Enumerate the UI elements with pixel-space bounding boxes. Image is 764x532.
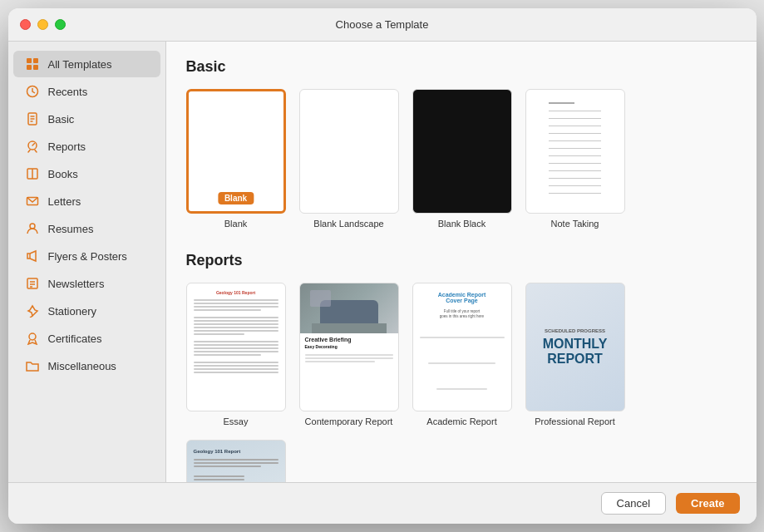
template-contemporary[interactable]: Creative Briefing Easy Decorating Contem… — [299, 283, 399, 426]
sidebar-item-reports[interactable]: Reports — [13, 133, 160, 160]
window-title: Choose a Template — [336, 18, 429, 31]
sidebar-label-flyers: Flyers & Posters — [48, 250, 127, 263]
grid-icon — [25, 57, 40, 71]
envelope-icon — [25, 194, 40, 209]
term-title-box: Geology 101 Report — [194, 449, 278, 482]
award-icon — [25, 331, 40, 346]
blank-black-label: Blank Black — [438, 219, 486, 229]
close-button[interactable] — [20, 19, 31, 30]
essay-thumb: Geology 101 Report — [186, 283, 286, 411]
basic-templates-grid: Blank Blank Blank Landscape Blank Black — [186, 89, 737, 229]
note-line-2 — [549, 118, 601, 119]
sidebar-item-resumes[interactable]: Resumes — [13, 215, 160, 242]
monthly-title-text: MONTHLYREPORT — [543, 337, 608, 366]
sidebar-item-stationery[interactable]: Stationery — [13, 298, 160, 324]
template-note-taking[interactable]: Note Taking — [525, 89, 625, 229]
reports-templates-grid: Geology 101 Report — [186, 283, 737, 482]
sidebar-item-certificates[interactable]: Certificates — [13, 325, 160, 352]
sidebar: All Templates Recents — [8, 42, 166, 482]
person-icon — [25, 221, 40, 236]
template-essay[interactable]: Geology 101 Report — [186, 283, 286, 426]
academic-thumb: Academic ReportCover Page Full title of … — [412, 283, 512, 411]
reports-icon — [25, 139, 40, 154]
essay-title-text: Geology 101 Report — [194, 290, 278, 297]
contemporary-title-text: Creative Briefing — [300, 333, 398, 344]
create-button[interactable]: Create — [676, 493, 739, 514]
sidebar-label-recents: Recents — [48, 86, 88, 98]
template-panel: Basic Blank Blank Blank Landscape — [166, 42, 757, 482]
note-line-6 — [549, 148, 601, 149]
template-blank-black[interactable]: Blank Black — [412, 89, 512, 229]
note-line-11 — [549, 185, 601, 186]
template-academic[interactable]: Academic ReportCover Page Full title of … — [412, 283, 512, 426]
svg-rect-2 — [27, 65, 32, 70]
note-line-7 — [549, 155, 601, 156]
sidebar-item-all-templates[interactable]: All Templates — [13, 51, 160, 77]
book-icon — [25, 166, 40, 181]
note-line-12 — [549, 193, 601, 194]
titlebar: Choose a Template — [8, 8, 757, 42]
sidebar-item-basic[interactable]: Basic — [13, 106, 160, 132]
sidebar-label-certificates: Certificates — [48, 332, 102, 345]
sidebar-label-stationery: Stationery — [48, 305, 97, 318]
megaphone-icon — [25, 249, 40, 264]
footer: Cancel Create — [8, 482, 757, 524]
sidebar-label-miscellaneous: Miscellaneous — [48, 360, 116, 372]
note-line-3 — [549, 126, 601, 126]
contemporary-image — [300, 283, 398, 333]
svg-rect-0 — [27, 58, 32, 63]
academic-content: Academic ReportCover Page Full title of … — [413, 283, 511, 411]
note-taking-label: Note Taking — [551, 219, 599, 229]
note-line-1 — [549, 111, 601, 111]
blank-thumb: Blank — [186, 89, 286, 214]
note-line-8 — [549, 163, 601, 164]
sidebar-label-resumes: Resumes — [48, 223, 94, 235]
academic-sub-text: Full title of your reportgoes in this ar… — [440, 309, 484, 320]
newspaper-icon — [25, 276, 40, 291]
main-window: Choose a Template All Templates — [8, 8, 757, 524]
clock-icon — [25, 84, 40, 99]
blank-landscape-thumb — [299, 89, 399, 214]
traffic-lights — [20, 19, 66, 30]
academic-label: Academic Report — [426, 416, 496, 426]
sidebar-item-letters[interactable]: Letters — [13, 188, 160, 214]
monthly-badge-text: SCHEDULED PROGRESS — [543, 328, 608, 333]
template-professional[interactable]: SCHEDULED PROGRESS MONTHLYREPORT Profess… — [525, 283, 625, 426]
note-title-line — [549, 102, 575, 104]
term-paper-thumb: Geology 101 Report — [186, 440, 286, 482]
blank-black-thumb — [412, 89, 512, 214]
note-line-4 — [549, 133, 601, 134]
sidebar-item-miscellaneous[interactable]: Miscellaneous — [13, 352, 160, 379]
essay-label: Essay — [224, 416, 249, 426]
sidebar-label-all-templates: All Templates — [48, 58, 112, 71]
note-line-10 — [549, 178, 601, 179]
blank-landscape-label: Blank Landscape — [313, 219, 383, 229]
reports-section-title: Reports — [186, 252, 737, 269]
svg-marker-13 — [27, 251, 36, 261]
contemporary-thumb: Creative Briefing Easy Decorating — [299, 283, 399, 411]
basic-section-title: Basic — [186, 58, 737, 76]
essay-content: Geology 101 Report — [187, 283, 285, 382]
svg-line-19 — [30, 316, 32, 318]
template-term-paper[interactable]: Geology 101 Report Term Paper — [186, 440, 286, 482]
sidebar-item-flyers[interactable]: Flyers & Posters — [13, 243, 160, 269]
note-lines — [540, 94, 609, 209]
svg-point-12 — [30, 224, 35, 229]
blank-badge: Blank — [218, 192, 254, 204]
template-blank-landscape[interactable]: Blank Landscape — [299, 89, 399, 229]
cancel-button[interactable]: Cancel — [601, 492, 666, 515]
svg-rect-3 — [33, 65, 38, 70]
sidebar-item-recents[interactable]: Recents — [13, 78, 160, 105]
minimize-button[interactable] — [37, 19, 48, 30]
fullscreen-button[interactable] — [55, 19, 66, 30]
sidebar-item-books[interactable]: Books — [13, 160, 160, 187]
sidebar-label-reports: Reports — [48, 140, 86, 153]
template-blank[interactable]: Blank Blank — [186, 89, 286, 229]
main-content: All Templates Recents — [8, 42, 757, 482]
professional-label: Professional Report — [535, 416, 615, 426]
doc-icon — [25, 111, 40, 126]
svg-point-20 — [29, 333, 36, 340]
sidebar-item-newsletters[interactable]: Newsletters — [13, 270, 160, 297]
sidebar-label-letters: Letters — [48, 195, 81, 208]
blank-label: Blank — [224, 219, 248, 229]
